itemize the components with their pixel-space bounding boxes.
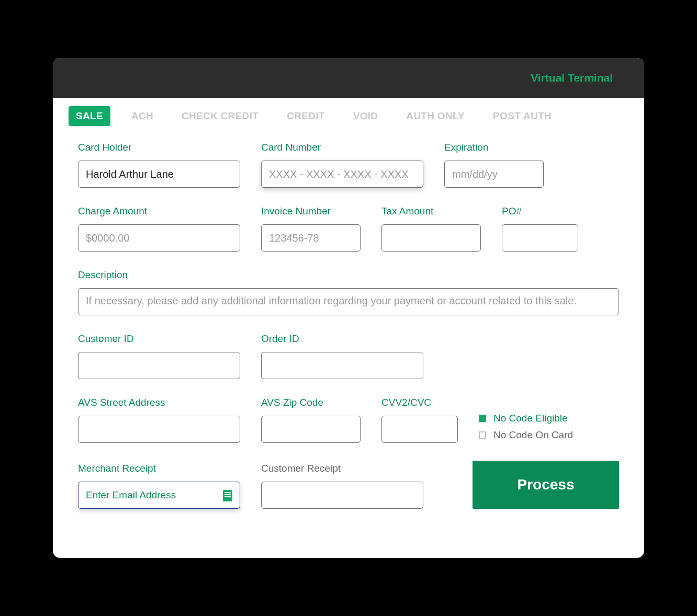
titlebar: Virtual Terminal (53, 58, 644, 98)
sale-form: Card Holder Card Number Expiration Charg… (53, 126, 644, 558)
description-label: Description (78, 269, 619, 281)
merchant-receipt-input[interactable]: Enter Email Address (78, 482, 240, 509)
tab-bar: SALE ACH CHECK CREDIT CREDIT VOID AUTH O… (53, 98, 644, 126)
avs-street-label: AVS Street Address (78, 397, 240, 408)
tab-post-auth[interactable]: POST AUTH (486, 106, 559, 126)
no-code-on-card-checkbox[interactable]: No Code On Card (479, 429, 573, 441)
card-number-label: Card Number (261, 142, 423, 153)
tab-sale[interactable]: SALE (69, 106, 110, 126)
card-holder-label: Card Holder (78, 142, 240, 153)
avs-zip-input[interactable] (261, 416, 361, 443)
merchant-receipt-placeholder: Enter Email Address (86, 489, 223, 501)
charge-amount-label: Charge Amount (78, 206, 240, 217)
checkbox-unchecked-icon (479, 431, 486, 439)
expiration-input[interactable] (444, 161, 544, 188)
merchant-receipt-label: Merchant Receipt (78, 463, 240, 474)
description-input[interactable] (78, 288, 619, 315)
customer-receipt-label: Customer Receipt (261, 463, 423, 474)
customer-id-input[interactable] (78, 352, 240, 379)
invoice-number-input[interactable] (261, 224, 361, 252)
order-id-input[interactable] (261, 352, 423, 379)
avs-street-input[interactable] (78, 416, 240, 443)
app-title: Virtual Terminal (531, 72, 613, 84)
tab-void[interactable]: VOID (346, 106, 386, 126)
no-code-eligible-label: No Code Eligible (493, 413, 568, 424)
customer-receipt-input[interactable] (261, 482, 423, 509)
tax-amount-label: Tax Amount (381, 206, 481, 217)
charge-amount-input[interactable] (78, 224, 240, 252)
expiration-label: Expiration (444, 142, 544, 153)
tax-amount-input[interactable] (381, 224, 481, 252)
tab-auth-only[interactable]: AUTH ONLY (399, 106, 472, 126)
cvv-label: CVV2/CVC (381, 397, 458, 408)
tab-ach[interactable]: ACH (124, 106, 161, 126)
avs-zip-label: AVS Zip Code (261, 397, 361, 408)
cvv-input[interactable] (381, 416, 458, 443)
customer-id-label: Customer ID (78, 333, 240, 345)
tab-check-credit[interactable]: CHECK CREDIT (174, 106, 266, 126)
order-id-label: Order ID (261, 333, 423, 345)
process-button[interactable]: Process (473, 461, 619, 509)
no-code-on-card-label: No Code On Card (493, 429, 573, 441)
receipt-icon (223, 490, 232, 500)
checkbox-checked-icon (479, 415, 486, 422)
invoice-number-label: Invoice Number (261, 206, 361, 217)
po-number-input[interactable] (502, 224, 578, 252)
po-number-label: PO# (502, 206, 578, 217)
no-code-eligible-checkbox[interactable]: No Code Eligible (479, 413, 573, 424)
card-number-input[interactable] (261, 161, 423, 188)
virtual-terminal-window: Virtual Terminal SALE ACH CHECK CREDIT C… (53, 58, 644, 558)
cvv-options: No Code Eligible No Code On Card (479, 413, 573, 443)
card-holder-input[interactable] (78, 161, 240, 188)
tab-credit[interactable]: CREDIT (279, 106, 332, 126)
